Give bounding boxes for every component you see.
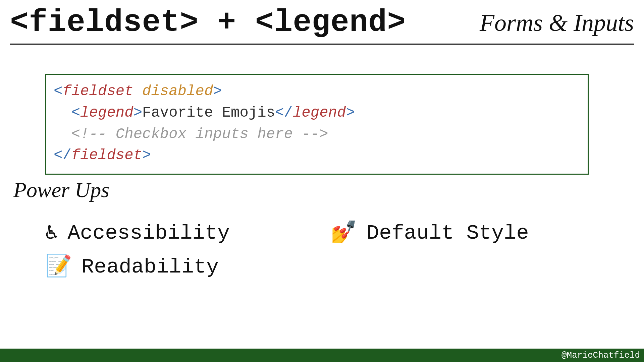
code-indent: [54, 126, 71, 142]
slide-category: Forms & Inputs: [480, 9, 634, 37]
accessibility-icon: ♿: [45, 223, 58, 244]
powerup-item: ♿ Accessibility: [45, 221, 317, 245]
code-bracket: >: [142, 147, 151, 164]
code-space: [133, 83, 142, 100]
code-bracket: >: [213, 83, 222, 100]
powerups-grid: ♿ Accessibility 💅 Default Style 📝 Readab…: [45, 221, 602, 279]
code-indent: [54, 104, 71, 121]
code-tag: legend: [293, 104, 346, 121]
powerups-heading: Power Ups: [13, 178, 109, 202]
header: <fieldset> + <legend> Forms & Inputs: [10, 5, 634, 45]
code-bracket: >: [346, 104, 355, 121]
code-tag: fieldset: [62, 83, 133, 100]
powerup-label: Accessibility: [68, 221, 230, 245]
code-attr: disabled: [142, 83, 213, 100]
powerup-item: 💅 Default Style: [330, 221, 602, 245]
code-tag: fieldset: [71, 147, 142, 164]
code-tag: legend: [80, 104, 133, 121]
footer-bar: @MarieChatfield: [0, 349, 644, 362]
slide-title: <fieldset> + <legend>: [10, 5, 406, 40]
code-sample: <fieldset disabled> <legend>Favorite Emo…: [45, 74, 589, 175]
slide: <fieldset> + <legend> Forms & Inputs <fi…: [0, 0, 644, 362]
author-handle: @MarieChatfield: [561, 350, 640, 360]
powerup-label: Readability: [82, 255, 219, 279]
code-comment: <!-- Checkbox inputs here -->: [71, 126, 328, 142]
powerup-label: Default Style: [367, 221, 529, 245]
code-bracket: <: [71, 104, 80, 121]
code-bracket: <: [54, 83, 62, 100]
powerup-item: 📝 Readability: [45, 255, 317, 279]
code-bracket: </: [54, 147, 71, 164]
code-text: Favorite Emojis: [142, 104, 275, 121]
code-bracket: </: [275, 104, 293, 121]
nail-polish-icon: 💅: [330, 223, 357, 244]
memo-icon: 📝: [45, 256, 72, 278]
code-bracket: >: [133, 104, 142, 121]
